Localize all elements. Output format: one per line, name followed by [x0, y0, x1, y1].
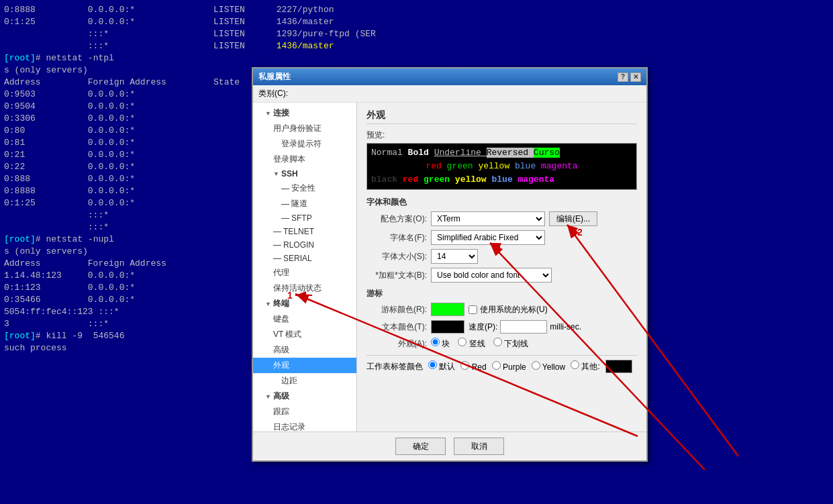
- appearance-options: 块 竖线 下划线: [431, 338, 528, 350]
- speed-unit: milli-sec.: [550, 322, 581, 332]
- tree-item-appearance[interactable]: 外观: [253, 358, 356, 373]
- appearance-underline[interactable]: 下划线: [493, 338, 528, 350]
- properties-dialog: 私服属性 ? ✕ 类别(C): ▼ 连接 用户身份验证 登录提示符 登录脚本 ▼: [252, 67, 648, 462]
- edit-button[interactable]: 编辑(E)...: [549, 211, 597, 226]
- preview-yellow-bold: yellow: [455, 174, 492, 185]
- tree-panel: ▼ 连接 用户身份验证 登录提示符 登录脚本 ▼ SSH — 安全性 — 隧道 …: [253, 103, 357, 432]
- preview-green: green: [447, 161, 479, 171]
- preview-line3: black red green yellow blue magenta: [371, 173, 632, 187]
- tree-item-security[interactable]: — 安全性: [253, 181, 356, 196]
- tree-item-login-script[interactable]: 登录脚本: [253, 152, 356, 167]
- cursor-color-picker[interactable]: [431, 303, 464, 316]
- tree-item-tracking[interactable]: 跟踪: [253, 404, 356, 419]
- preview-red-bold: red: [403, 174, 424, 185]
- font-size-select[interactable]: 14: [431, 249, 478, 264]
- tab-other[interactable]: 其他:: [571, 360, 600, 372]
- ok-button[interactable]: 确定: [395, 438, 446, 455]
- dialog-titlebar: 私服属性 ? ✕: [253, 68, 646, 85]
- preview-reversed: Reversed: [487, 148, 534, 158]
- appearance-row: 外观(A): 块 竖线 下划线: [366, 338, 637, 350]
- annotation-2: 2: [577, 227, 583, 238]
- preview-blue-bold: blue: [491, 174, 518, 185]
- tree-item-tunnel[interactable]: — 隧道: [253, 196, 356, 211]
- tab-default[interactable]: 默认: [428, 360, 455, 372]
- tree-item-proxy[interactable]: 代理: [253, 265, 356, 281]
- tree-item-advanced[interactable]: 高级: [253, 342, 356, 358]
- tab-purple[interactable]: Purple: [492, 361, 526, 372]
- tree-item-terminal[interactable]: ▼ 终端: [253, 296, 356, 311]
- tree-item-log[interactable]: 日志记录: [253, 419, 356, 432]
- cursor-color-row: 游标颜色(R): 使用系统的光标(U): [366, 303, 637, 316]
- text-color-label: 文本颜色(T):: [366, 321, 427, 333]
- tree-item-auth[interactable]: 用户身份验证: [253, 121, 356, 136]
- use-system-cursor-checkbox[interactable]: [469, 305, 477, 314]
- preview-magenta: magenta: [541, 161, 578, 171]
- text-color-picker[interactable]: [431, 320, 464, 334]
- close-button[interactable]: ✕: [630, 72, 641, 82]
- category-label: 类别(C):: [258, 89, 288, 98]
- color-scheme-row: 配色方案(O): XTerm 编辑(E)...: [366, 211, 637, 226]
- tree-item-serial[interactable]: — SERIAL: [253, 252, 356, 265]
- color-scheme-select[interactable]: XTerm: [431, 211, 545, 226]
- tree-item-connect[interactable]: ▼ 连接: [253, 105, 356, 121]
- speed-label: 速度(P):: [469, 321, 497, 333]
- terminal-line: 0:1:25 0.0.0.0:* LISTEN 1436/master: [4, 16, 829, 28]
- font-size-row: 字体大小(S): 14: [366, 249, 637, 264]
- dialog-footer: 确定 取消: [253, 432, 646, 460]
- appearance-vline[interactable]: 竖线: [458, 338, 485, 350]
- tab-color-section-title: 工作表标签颜色: [366, 361, 423, 372]
- font-size-label: 字体大小(S):: [366, 251, 427, 262]
- dialog-title: 私服属性: [258, 71, 291, 83]
- preview-red: red: [426, 161, 446, 171]
- tab-color-section: 工作表标签颜色 默认 Red Purple Yellow 其他:: [366, 355, 637, 373]
- terminal-line: :::* LISTEN 1293/pure-ftpd (SER: [4, 28, 829, 40]
- tree-item-keepalive[interactable]: 保持活动状态: [253, 281, 356, 296]
- content-panel: 外观 预览: Normal Bold Underline Reversed Cu…: [357, 103, 646, 432]
- preview-label: 预览:: [366, 130, 637, 141]
- terminal-line: 0:8888 0.0.0.0:* LISTEN 2227/python: [4, 4, 829, 16]
- tree-item-border[interactable]: 边距: [253, 373, 356, 389]
- titlebar-buttons: ? ✕: [618, 72, 641, 82]
- tree-item-sftp[interactable]: — SFTP: [253, 211, 356, 225]
- bold-text-label: *加粗*文本(B):: [366, 270, 427, 281]
- tab-yellow[interactable]: Yellow: [532, 361, 565, 372]
- preview-line1: Normal Bold Underline Reversed Curso: [371, 146, 632, 160]
- preview-magenta-bold: magenta: [518, 174, 555, 185]
- speed-row: 速度(P): milli-sec.: [469, 320, 581, 334]
- tree-item-ssh[interactable]: ▼ SSH: [253, 167, 356, 181]
- font-name-row: 字体名(F): Simplified Arabic Fixed: [366, 230, 637, 245]
- tree-item-vt-mode[interactable]: VT 模式: [253, 327, 356, 342]
- preview-yellow: yellow: [478, 161, 515, 171]
- preview-normal: Normal: [371, 148, 408, 158]
- cancel-button[interactable]: 取消: [454, 438, 504, 455]
- preview-underline: Underline: [434, 148, 487, 158]
- tree-item-rlogin[interactable]: — RLOGIN: [253, 238, 356, 252]
- help-button[interactable]: ?: [618, 72, 628, 82]
- preview-line2: red green yellow blue magenta: [371, 160, 632, 173]
- preview-bold: Bold: [408, 148, 434, 158]
- preview-blue: blue: [515, 161, 541, 171]
- terminal-line: [root]# netstat -ntpl: [4, 52, 829, 64]
- tree-item-login-prompt[interactable]: 登录提示符: [253, 136, 356, 152]
- tree-item-advanced2[interactable]: ▼ 高级: [253, 389, 356, 404]
- preview-box: Normal Bold Underline Reversed Curso red…: [366, 143, 637, 190]
- tree-item-keyboard[interactable]: 键盘: [253, 311, 356, 327]
- bold-text-row: *加粗*文本(B): Use bold color and font: [366, 268, 637, 283]
- preview-black: black: [371, 174, 403, 185]
- appearance-block[interactable]: 块: [431, 338, 450, 350]
- font-color-section-title: 字体和颜色: [366, 197, 637, 208]
- cursor-color-label: 游标颜色(R):: [366, 304, 427, 315]
- tab-custom-color-picker[interactable]: [605, 360, 632, 373]
- bold-text-select[interactable]: Use bold color and font: [431, 268, 552, 283]
- tree-item-telnet[interactable]: — TELNET: [253, 225, 356, 238]
- font-name-select[interactable]: Simplified Arabic Fixed: [431, 230, 545, 245]
- text-color-row: 文本颜色(T): 速度(P): milli-sec.: [366, 320, 637, 334]
- speed-input[interactable]: [500, 320, 547, 334]
- terminal-line: :::* LISTEN 1436/master: [4, 40, 829, 52]
- appearance-label: 外观(A):: [366, 338, 427, 350]
- cursor-section-title: 游标: [366, 288, 637, 299]
- use-system-cursor-checkbox-row: 使用系统的光标(U): [469, 304, 548, 315]
- annotation-1: 1: [287, 290, 293, 301]
- tab-red[interactable]: Red: [460, 361, 486, 372]
- preview-green-bold: green: [424, 174, 455, 185]
